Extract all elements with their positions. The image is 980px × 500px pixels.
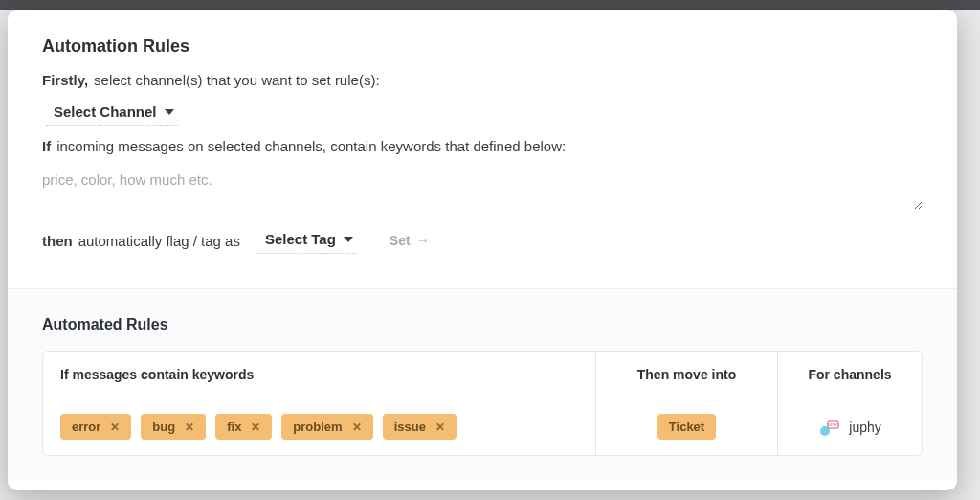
remove-tag-icon[interactable]: ✕ — [185, 420, 194, 434]
select-tag-dropdown[interactable]: Select Tag — [257, 227, 357, 254]
move-into-badge: Ticket — [657, 414, 716, 440]
chevron-down-icon — [344, 237, 353, 242]
keywords-input-wrap — [42, 166, 923, 214]
channel-name: juphy — [849, 420, 880, 435]
column-header-channels: For channels — [778, 352, 922, 398]
keyword-tag-label: bug — [152, 420, 175, 434]
then-row: then automatically flag / tag as Select … — [42, 227, 923, 254]
keyword-tag-label: issue — [394, 420, 426, 434]
if-text: incoming messages on selected channels, … — [56, 138, 566, 154]
if-label: If — [42, 138, 51, 154]
column-header-keywords: If messages contain keywords — [43, 352, 596, 398]
keyword-tag: error ✕ — [60, 414, 131, 440]
chevron-down-icon — [165, 109, 174, 115]
column-header-move: Then move into — [596, 352, 778, 398]
set-button-label: Set — [390, 233, 411, 248]
cell-channels: JUPHY juphy — [778, 398, 922, 455]
select-channel-dropdown[interactable]: Select Channel — [46, 100, 178, 126]
keyword-tag-label: fix — [227, 420, 241, 434]
remove-tag-icon[interactable]: ✕ — [352, 420, 362, 434]
instruction-if: If incoming messages on selected channel… — [42, 138, 923, 154]
automated-rules-title: Automated Rules — [42, 316, 923, 333]
background-topbar — [0, 0, 980, 10]
rule-builder-section: Automation Rules Firstly, select channel… — [8, 10, 957, 288]
cell-move-into: Ticket — [596, 398, 778, 455]
arrow-right-icon: → — [416, 233, 430, 248]
remove-tag-icon[interactable]: ✕ — [251, 420, 260, 434]
firstly-text: select channel(s) that you want to set r… — [94, 72, 379, 88]
svg-text:JUPHY: JUPHY — [827, 422, 839, 427]
table-row: error ✕ bug ✕ fix ✕ problem ✕ — [43, 398, 922, 455]
keyword-tag: fix ✕ — [215, 414, 272, 440]
automation-rules-modal: Automation Rules Firstly, select channel… — [8, 10, 957, 490]
keyword-tag: bug ✕ — [141, 414, 206, 440]
instruction-firstly: Firstly, select channel(s) that you want… — [42, 72, 923, 88]
channel-select-row: Select Channel — [42, 100, 923, 126]
select-tag-label: Select Tag — [265, 231, 336, 247]
cell-keywords: error ✕ bug ✕ fix ✕ problem ✕ — [43, 398, 596, 455]
rules-table: If messages contain keywords Then move i… — [42, 351, 923, 456]
rules-table-header: If messages contain keywords Then move i… — [43, 352, 922, 398]
keyword-tag-label: problem — [293, 420, 342, 434]
section-title: Automation Rules — [42, 36, 923, 57]
remove-tag-icon[interactable]: ✕ — [110, 420, 120, 434]
remove-tag-icon[interactable]: ✕ — [435, 420, 445, 434]
then-label: then — [42, 233, 73, 249]
keywords-input[interactable] — [42, 166, 923, 210]
automated-rules-section: Automated Rules If messages contain keyw… — [8, 288, 957, 481]
keyword-tag: issue ✕ — [383, 414, 457, 440]
channel-avatar-icon: JUPHY — [818, 416, 841, 439]
set-button[interactable]: Set → — [380, 229, 439, 252]
keyword-tag-label: error — [72, 420, 100, 434]
firstly-label: Firstly, — [42, 72, 88, 88]
keyword-tag: problem ✕ — [281, 414, 372, 440]
then-text: automatically flag / tag as — [78, 233, 240, 249]
select-channel-label: Select Channel — [54, 103, 157, 120]
